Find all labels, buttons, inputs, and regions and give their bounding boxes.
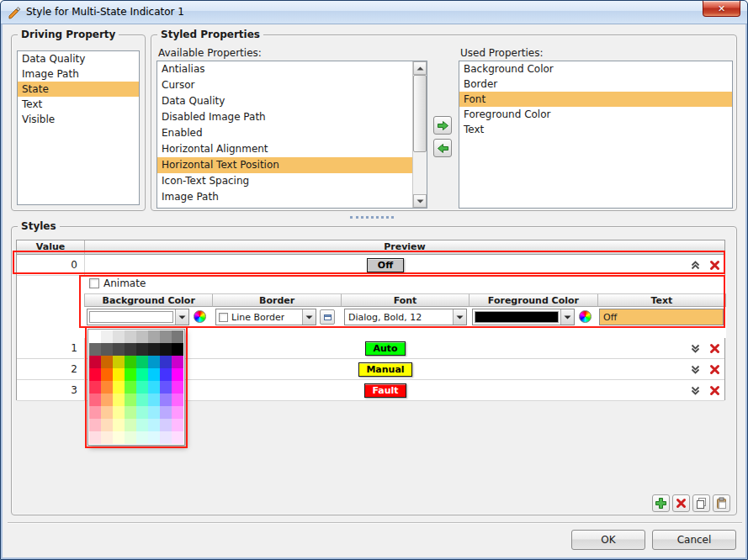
palette-swatch[interactable] [101,368,113,381]
delete-row-button[interactable] [707,258,723,272]
list-item[interactable]: Horizontal Text Position [157,157,412,173]
paste-style-button[interactable] [713,494,730,512]
style-value-cell[interactable]: 3 [17,380,85,400]
list-item[interactable]: Data Quality [157,93,412,109]
palette-swatch[interactable] [172,394,183,406]
palette-swatch[interactable] [172,330,183,343]
style-preview-chip[interactable]: Auto [365,341,405,356]
delete-row-button[interactable] [707,341,723,356]
palette-swatch[interactable] [113,406,125,419]
palette-swatch[interactable] [89,343,101,356]
palette-swatch[interactable] [172,381,183,394]
palette-swatch[interactable] [172,431,183,444]
palette-swatch[interactable] [101,419,113,431]
list-item[interactable]: Image Path [18,66,139,82]
foreground-color-wheel-icon[interactable] [579,310,592,323]
expand-row-button[interactable] [687,341,703,356]
list-item[interactable]: Horizontal Alignment [157,141,412,157]
ok-button[interactable]: OK [571,530,645,550]
style-value-cell[interactable]: 1 [17,338,85,358]
palette-swatch[interactable] [136,419,148,431]
palette-swatch[interactable] [101,394,113,406]
collapse-row-button[interactable] [687,258,703,272]
list-item[interactable]: Antialias [157,61,412,77]
palette-swatch[interactable] [125,343,136,356]
style-row[interactable]: 0 Off [17,255,724,276]
list-item[interactable]: Image Path [157,189,412,205]
list-item[interactable]: Text [18,97,139,112]
list-item[interactable]: Data Quality [18,51,139,66]
used-properties-list[interactable]: Background Color Border Font Foreground … [459,61,733,209]
list-item[interactable]: Border [459,77,732,92]
list-item[interactable]: Foreground Color [459,107,732,122]
move-left-button[interactable] [433,139,452,157]
copy-style-button[interactable] [692,494,710,512]
font-combo[interactable]: Dialog, Bold, 12 [344,309,467,325]
driving-property-list[interactable]: Data Quality Image Path State Text Visib… [17,50,140,205]
cancel-button[interactable]: Cancel [652,530,736,550]
palette-swatch[interactable] [172,343,183,356]
foreground-color-combo[interactable] [472,309,575,325]
palette-swatch[interactable] [148,406,160,419]
style-preview-chip[interactable]: Manual [358,362,411,377]
palette-swatch[interactable] [172,356,183,368]
palette-swatch[interactable] [136,431,148,444]
palette-swatch[interactable] [136,343,148,356]
list-item[interactable]: Cursor [157,77,412,93]
palette-swatch[interactable] [113,419,125,431]
line-border-checkbox[interactable] [219,313,228,322]
palette-swatch[interactable] [136,356,148,368]
palette-swatch[interactable] [148,356,160,368]
list-item[interactable]: Enabled [157,125,412,141]
palette-swatch[interactable] [89,368,101,381]
palette-swatch[interactable] [101,356,113,368]
palette-swatch[interactable] [125,330,136,343]
palette-swatch[interactable] [148,394,160,406]
palette-swatch[interactable] [89,356,101,368]
palette-swatch[interactable] [89,406,101,419]
palette-swatch[interactable] [136,368,148,381]
style-preview-chip[interactable]: Fault [364,383,406,398]
style-value-cell[interactable]: 2 [17,359,85,379]
palette-swatch[interactable] [148,381,160,394]
palette-swatch[interactable] [89,431,101,444]
palette-swatch[interactable] [113,394,125,406]
panel-splitter-handle[interactable] [350,216,394,219]
palette-swatch[interactable] [125,381,136,394]
border-editor-button[interactable] [320,309,335,325]
palette-swatch[interactable] [101,406,113,419]
scroll-up-button[interactable] [413,61,427,75]
palette-swatch[interactable] [113,356,125,368]
palette-swatch[interactable] [113,343,125,356]
palette-swatch[interactable] [160,394,172,406]
palette-swatch[interactable] [89,419,101,431]
scroll-down-button[interactable] [413,194,427,208]
palette-swatch[interactable] [148,368,160,381]
palette-swatch[interactable] [160,381,172,394]
border-combo[interactable]: Line Border [215,309,316,325]
list-item[interactable]: State [18,82,139,97]
style-text-field[interactable]: Off [599,309,724,325]
palette-swatch[interactable] [160,356,172,368]
palette-swatch[interactable] [136,394,148,406]
palette-swatch[interactable] [125,394,136,406]
palette-swatch[interactable] [148,419,160,431]
delete-style-button[interactable] [672,494,690,512]
list-item[interactable]: Mouseover Text [157,205,412,208]
palette-swatch[interactable] [125,368,136,381]
palette-swatch[interactable] [136,406,148,419]
palette-swatch[interactable] [89,394,101,406]
list-item[interactable]: Visible [18,112,139,127]
style-value-cell[interactable]: 0 [17,255,85,275]
palette-swatch[interactable] [160,419,172,431]
scrollbar-thumb[interactable] [413,75,427,152]
palette-swatch[interactable] [125,419,136,431]
palette-swatch[interactable] [113,431,125,444]
palette-swatch[interactable] [172,419,183,431]
style-preview-chip[interactable]: Off [367,258,404,272]
palette-swatch[interactable] [160,343,172,356]
expand-row-button[interactable] [687,362,703,377]
palette-swatch[interactable] [136,330,148,343]
palette-swatch[interactable] [113,368,125,381]
palette-swatch[interactable] [125,356,136,368]
